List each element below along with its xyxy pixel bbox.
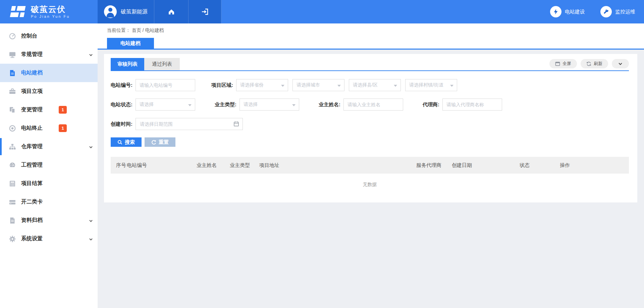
owner-name-input[interactable]	[343, 99, 403, 111]
agent-input[interactable]	[442, 99, 502, 111]
select-arrow-icon	[450, 85, 453, 87]
logo-title: 破茧云伏	[31, 5, 70, 14]
sidebar-item-project-initiation[interactable]: 项目立项	[0, 82, 98, 101]
sidebar-item-label: 开二类卡	[21, 198, 43, 205]
page-tab-station-archive[interactable]: 电站建档	[107, 38, 154, 49]
filter-row-2: 电站状态: 请选择 业主类型: 请选择 业主姓名: 代理商:	[111, 99, 629, 111]
calendar-icon	[233, 121, 239, 127]
empty-state: 无数据	[111, 174, 629, 193]
sidebar-item-general-mgmt[interactable]: 常规管理	[0, 45, 98, 64]
date-range-input[interactable]	[136, 118, 243, 130]
calculator-icon	[9, 180, 16, 187]
sidebar-item-change-mgmt[interactable]: 变更管理 1	[0, 101, 98, 119]
breadcrumb-prefix: 当前位置：	[107, 27, 130, 33]
station-no-input[interactable]	[136, 79, 195, 91]
results-table: 序号 电站编号 业主姓名 业主类型 项目地址 服务代理商 创建日期 状态 操作	[111, 157, 629, 193]
select-arrow-icon	[337, 85, 341, 87]
panel-toolbar: 全屏 刷新	[549, 59, 629, 68]
agent-label: 代理商:	[423, 102, 439, 108]
card-icon	[9, 198, 16, 206]
city-select[interactable]: 请选择城市	[292, 79, 344, 91]
col-service-agent: 服务代理商	[416, 157, 452, 174]
filter-form: 电站编号: 项目区域: 请选择省份 请选择城市 请选择县/区	[111, 71, 629, 147]
owner-type-select[interactable]: 请选择	[239, 99, 299, 111]
col-index: 序号	[111, 157, 127, 174]
col-owner-type: 业主类型	[230, 157, 259, 174]
dashboard-icon	[9, 162, 16, 169]
monitor-ops-label: 监控运维	[615, 9, 635, 15]
logo-icon	[10, 5, 25, 19]
select-arrow-icon	[188, 104, 192, 106]
gauge-icon	[9, 33, 16, 40]
station-termination-badge: 1	[59, 124, 67, 132]
sitemap-icon	[9, 143, 16, 150]
sidebar-item-station-archive[interactable]: 电站建档	[0, 64, 98, 82]
sidebar-item-label: 仓库管理	[21, 143, 43, 150]
sidebar-item-label: 常规管理	[21, 51, 43, 58]
collapse-button[interactable]	[612, 59, 629, 68]
village-select[interactable]: 请选择村镇/街道	[405, 79, 457, 91]
breadcrumb: 当前位置： 首页 / 电站建档	[107, 27, 164, 34]
refresh-label: 刷新	[594, 61, 602, 67]
sidebar-item-label: 项目结算	[21, 180, 43, 187]
status-select[interactable]: 请选择	[136, 99, 195, 111]
col-owner-name: 业主姓名	[197, 157, 230, 174]
panel-tabs: 审核列表 通过列表 全屏 刷新	[111, 58, 629, 71]
logout-button[interactable]	[189, 0, 221, 23]
refresh-button[interactable]: 刷新	[581, 59, 608, 68]
lightning-icon	[550, 6, 561, 17]
fullscreen-button[interactable]: 全屏	[549, 59, 577, 68]
empty-row: 无数据	[111, 174, 629, 193]
sidebar-item-project-settlement[interactable]: 项目结算	[0, 174, 98, 193]
sidebar-item-type2-card[interactable]: 开二类卡	[0, 193, 98, 211]
logo: 破茧云伏 Po Jian Yun Fu	[0, 0, 98, 23]
top-header: 破茧云伏 Po Jian Yun Fu 破茧新能源	[0, 0, 644, 23]
owner-type-label: 业主类型:	[215, 102, 236, 108]
reset-button[interactable]: 重置	[145, 137, 175, 147]
tab-passed-list[interactable]: 通过列表	[144, 58, 180, 70]
chevron-down-icon	[89, 145, 93, 149]
briefcase-icon	[9, 88, 16, 95]
sidebar-item-label: 电站建档	[21, 69, 43, 76]
owner-name-label: 业主姓名:	[319, 102, 340, 108]
status-label: 电站状态:	[111, 102, 132, 108]
sidebar-item-warehouse-mgmt[interactable]: 仓库管理	[0, 137, 98, 156]
filter-actions: 搜索 重置	[111, 137, 629, 147]
sidebar-item-label: 资料归档	[21, 217, 43, 224]
search-button[interactable]: 搜索	[111, 137, 142, 147]
sidebar-item-data-archive[interactable]: 资料归档	[0, 211, 98, 230]
table-header-row: 序号 电站编号 业主姓名 业主类型 项目地址 服务代理商 创建日期 状态 操作	[111, 157, 629, 174]
breadcrumb-path: 首页 / 电站建档	[132, 27, 164, 33]
sidebar-item-dashboard[interactable]: 控制台	[0, 27, 98, 45]
sidebar-item-label: 系统设置	[21, 235, 43, 242]
header-right: 电站建设 监控运维	[550, 0, 644, 23]
sidebar-item-label: 项目立项	[21, 88, 43, 95]
station-build-nav[interactable]: 电站建设	[550, 6, 585, 17]
monitor-ops-nav[interactable]: 监控运维	[600, 6, 635, 17]
tab-review-list[interactable]: 审核列表	[111, 58, 144, 70]
wrench-icon	[600, 6, 612, 17]
region-label: 项目区域:	[211, 82, 233, 88]
file-icon	[9, 217, 16, 224]
sidebar-item-engineering-mgmt[interactable]: 工程管理	[0, 156, 98, 174]
change-mgmt-badge: 1	[59, 106, 67, 114]
province-select[interactable]: 请选择省份	[236, 79, 288, 91]
user-menu[interactable]: 破茧新能源	[98, 0, 154, 23]
col-created-date: 创建日期	[452, 157, 520, 174]
content: 审核列表 通过列表 全屏 刷新	[98, 50, 644, 202]
reset-icon	[151, 140, 156, 145]
sidebar-item-system-settings[interactable]: 系统设置	[0, 230, 98, 248]
home-icon	[167, 8, 175, 16]
sidebar-item-station-termination[interactable]: 电站终止 1	[0, 119, 98, 137]
county-select[interactable]: 请选择县/区	[349, 79, 401, 91]
avatar-icon	[104, 5, 117, 18]
logo-subtitle: Po Jian Yun Fu	[31, 14, 70, 18]
main-area: 当前位置： 首页 / 电站建档 电站建档 审核列表 通过列表 全屏	[98, 23, 644, 308]
home-button[interactable]	[154, 0, 189, 23]
filter-row-3: 创建时间:	[111, 118, 629, 130]
monitor-icon	[9, 51, 16, 58]
gear-icon	[9, 235, 16, 243]
filter-row-1: 电站编号: 项目区域: 请选择省份 请选择城市 请选择县/区	[111, 79, 629, 91]
panel: 审核列表 通过列表 全屏 刷新	[104, 54, 637, 202]
chevron-down-icon	[89, 53, 93, 57]
